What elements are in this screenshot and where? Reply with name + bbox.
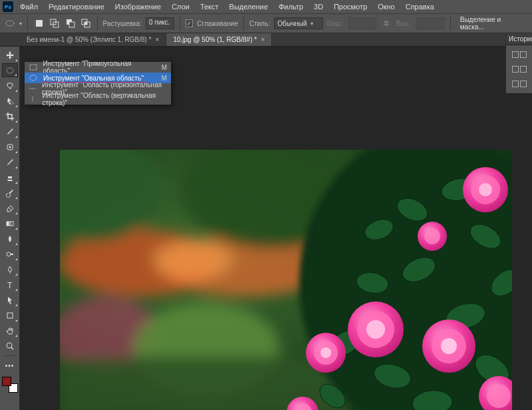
select-mask-button[interactable]: Выделение и маска... (456, 15, 528, 32)
flyout-item-single-col[interactable]: Инструмент "Область (вертикальная строка… (25, 94, 171, 104)
eyedropper-tool[interactable] (2, 124, 18, 138)
svg-rect-1 (36, 20, 43, 27)
svg-point-10 (11, 102, 13, 104)
style-dropdown[interactable]: Обычный (274, 17, 323, 29)
marquee-tool-flyout: Инструмент "Прямоугольная область" M Инс… (24, 61, 172, 105)
tab-label: 10.jpg @ 50% (1, RGB/8#) * (173, 36, 257, 43)
flyout-label: Инструмент "Овальная область" (43, 75, 144, 82)
zoom-tool[interactable] (2, 339, 18, 353)
panel-icon[interactable] (510, 64, 529, 75)
antialias-checkbox[interactable]: ✓ (186, 19, 194, 27)
menu-file[interactable]: Файл (16, 1, 42, 12)
app-icon: Ps (3, 1, 13, 12)
crop-tool[interactable] (2, 109, 18, 123)
close-icon[interactable]: × (261, 36, 265, 43)
pen-tool[interactable] (2, 262, 18, 276)
document-tab[interactable]: 10.jpg @ 50% (1, RGB/8#) * × (166, 33, 272, 46)
selection-new-icon[interactable] (33, 17, 45, 29)
divider (27, 16, 28, 31)
svg-point-18 (30, 75, 37, 81)
divider (97, 16, 98, 31)
menu-bar: Ps Файл Редактирование Изображение Слои … (0, 0, 532, 13)
svg-point-59 (487, 384, 511, 408)
color-swatches[interactable] (2, 377, 18, 393)
marquee-tool[interactable] (2, 63, 18, 77)
menu-layers[interactable]: Слои (168, 1, 194, 12)
menu-view[interactable]: Просмотр (330, 1, 371, 12)
svg-rect-12 (7, 222, 13, 226)
row-marquee-icon (29, 85, 37, 92)
quick-select-tool[interactable] (2, 94, 18, 108)
divider (450, 16, 451, 31)
feather-label: Растушевка: (103, 20, 142, 27)
hand-tool[interactable] (2, 323, 18, 337)
path-select-tool[interactable] (2, 293, 18, 307)
svg-point-57 (441, 338, 457, 354)
canvas-area[interactable]: Инструмент "Прямоугольная область" M Инс… (20, 47, 532, 410)
menu-select[interactable]: Выделение (225, 1, 272, 12)
chevron-down-icon[interactable]: ▾ (19, 21, 22, 27)
shape-tool[interactable] (2, 308, 18, 322)
selection-subtract-icon[interactable] (65, 17, 76, 29)
type-tool[interactable]: T (2, 278, 18, 292)
lasso-tool[interactable] (2, 79, 18, 93)
menu-3d[interactable]: 3D (310, 1, 327, 12)
svg-rect-17 (30, 65, 37, 70)
rectangle-marquee-icon (29, 64, 38, 71)
active-tool-icon[interactable] (4, 17, 15, 29)
tool-panel: T ••• (0, 47, 20, 410)
flyout-item-rectangular[interactable]: Инструмент "Прямоугольная область" M (25, 62, 171, 73)
menu-edit[interactable]: Редактирование (45, 1, 108, 12)
flyout-label: Инструмент "Область (вертикальная строка… (42, 92, 167, 106)
history-panel-tab[interactable]: История (506, 33, 532, 45)
dodge-tool[interactable] (2, 247, 18, 261)
height-label: Выс.: (396, 20, 412, 27)
svg-point-48 (424, 228, 440, 244)
panel-icon[interactable] (510, 49, 529, 60)
flyout-item-elliptical[interactable]: Инструмент "Овальная область" M (25, 73, 171, 83)
svg-rect-15 (7, 313, 13, 318)
selection-intersect-icon[interactable] (80, 17, 91, 29)
svg-point-51 (366, 320, 385, 339)
move-tool[interactable] (2, 48, 18, 62)
panel-icon-group (506, 45, 532, 93)
healing-brush-tool[interactable] (2, 140, 18, 154)
shortcut-label: M (162, 75, 167, 82)
document-tab[interactable]: Без имени-1 @ 50% (Эллипс 1, RGB/8) * × (20, 33, 166, 46)
menu-help[interactable]: Справка (402, 1, 438, 12)
menu-window[interactable]: Окно (374, 1, 399, 12)
svg-rect-8 (84, 22, 87, 25)
divider (243, 16, 244, 31)
workspace: T ••• Инструмент "Прямоугольная область"… (0, 47, 532, 410)
width-input (348, 17, 377, 29)
feather-input[interactable]: 0 пикс. (146, 17, 174, 29)
selection-add-icon[interactable] (49, 17, 61, 29)
gradient-tool[interactable] (2, 216, 18, 230)
svg-point-46 (479, 183, 492, 196)
eraser-tool[interactable] (2, 201, 18, 215)
panel-icon[interactable] (510, 79, 529, 89)
swap-wh-icon (380, 17, 392, 29)
history-brush-tool[interactable] (2, 186, 18, 200)
foreground-color-swatch[interactable] (2, 377, 11, 386)
menu-image[interactable]: Изображение (111, 1, 165, 12)
tab-label: Без имени-1 @ 50% (Эллипс 1, RGB/8) * (27, 36, 152, 43)
svg-point-54 (321, 347, 331, 358)
clone-stamp-tool[interactable] (2, 170, 18, 184)
col-marquee-icon (29, 96, 37, 102)
menu-type[interactable]: Текст (196, 1, 223, 12)
svg-point-9 (7, 68, 13, 73)
ellipse-marquee-icon (29, 75, 38, 81)
menu-filter[interactable]: Фильтр (275, 1, 307, 12)
options-bar: ▾ Растушевка: 0 пикс. ✓ Сглаживание Стил… (0, 13, 532, 33)
annotation-underline (41, 82, 147, 83)
close-icon[interactable]: × (156, 36, 160, 43)
style-label: Стиль: (249, 20, 270, 27)
height-input (416, 17, 445, 29)
blur-tool[interactable] (2, 232, 18, 246)
divider (180, 16, 180, 31)
divider (3, 355, 17, 356)
shortcut-label: M (162, 64, 167, 71)
edit-toolbar-icon[interactable]: ••• (2, 359, 18, 373)
brush-tool[interactable] (2, 155, 18, 169)
